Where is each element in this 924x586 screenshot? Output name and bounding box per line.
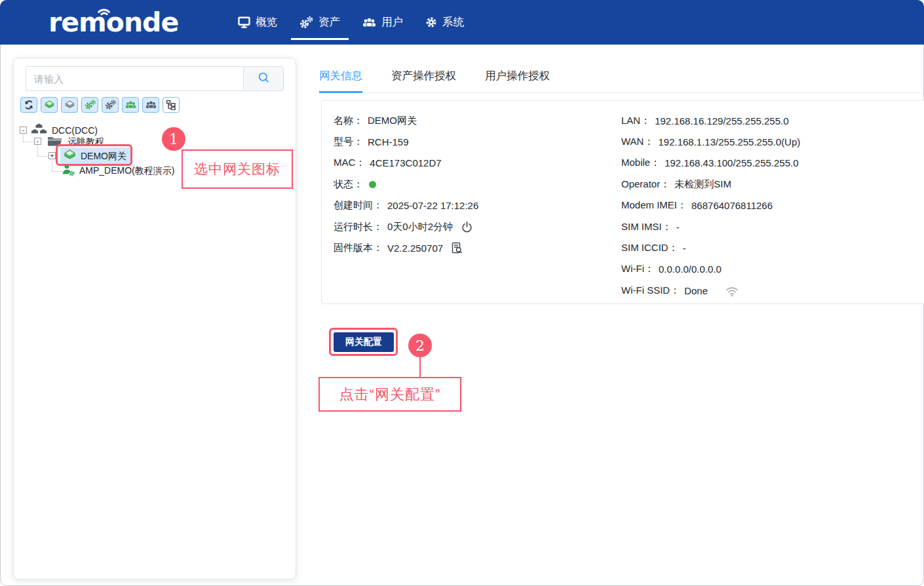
field-value: Done [684,285,708,296]
field-label: 名称： [334,115,363,127]
field-label: MAC： [334,157,365,169]
annotation-step2-callout: 点击“网关配置” [318,377,461,412]
field-label: SIM ICCID： [621,242,678,254]
nav-item-system[interactable]: 系统 [414,0,475,45]
nav-item-overview[interactable]: 概览 [227,0,288,45]
field-label: Modem IMEI： [621,199,687,212]
annotation-step2-badge: 2 [408,334,432,357]
field-value: 0.0.0.0/0.0.0.0 [659,264,722,275]
field-label: SIM IMSI： [621,221,672,233]
annotation-step2-connector [419,357,421,378]
field-value: - [676,222,680,233]
overview-monitor-icon [238,16,250,28]
field-label: 状态： [334,178,363,191]
tree-connector [52,171,62,172]
gateway-info-panel: 名称： DEMO网关 型号： RCH-159 MAC： 4CE173C012D7… [321,100,924,304]
info-row-model: 型号： RCH-159 [334,131,478,152]
top-nav-bar: remonde 概览 资产 [0,0,924,45]
tab-gateway-info[interactable]: 网关信息 [319,66,362,92]
tree-connector [52,160,52,171]
nav-item-users[interactable]: 用户 [351,0,414,45]
field-label: Operator： [621,178,670,191]
field-label: 型号： [334,136,363,148]
wifi-signal-icon [725,284,739,297]
field-label: Wi-Fi SSID： [621,284,680,297]
field-label: WAN： [621,136,653,148]
asset-tree: - DCC(DCC) - 远眺教程 + DEMO网关 [14,58,296,579]
info-row-imsi: SIM IMSI： - [621,216,800,237]
field-value: 192.168.1.13/255.255.255.0(Up) [658,136,800,147]
status-online-dot [369,181,376,188]
info-row-created: 创建时间： 2025-07-22 17:12:26 [334,195,478,216]
field-label: Wi-Fi： [621,263,654,275]
power-reboot-icon[interactable] [461,221,473,233]
main-nav: 概览 资产 用户 [227,0,475,45]
field-label: Mobile： [621,157,660,169]
nav-item-label: 用户 [381,15,403,29]
tree-expander-collapse[interactable]: - [34,138,41,145]
info-row-name: 名称： DEMO网关 [334,110,478,131]
tab-user-authorization[interactable]: 用户操作授权 [485,66,550,92]
info-row-status: 状态： [334,174,478,195]
system-gear-icon [425,16,437,28]
users-icon [362,17,376,28]
site-cluster-icon [31,123,47,139]
detail-tabs: 网关信息 资产操作授权 用户操作授权 [319,66,924,93]
tree-expander-expand[interactable]: + [48,152,56,159]
field-value: 192.168.16.129/255.255.255.0 [655,115,788,127]
annotation-highlight-config-button [329,328,398,356]
field-value: DEMO网关 [368,115,417,127]
field-value: V2.2.250707 [387,243,443,254]
annotation-step1-callout: 选中网关图标 [182,149,293,189]
field-value: 0天0小时2分钟 [387,221,453,233]
field-label: LAN： [621,115,650,127]
annotation-highlight-gateway-node [56,144,132,166]
info-row-imei: Modem IMEI： 868764076811266 [621,195,800,216]
field-label: 固件版本： [334,242,383,254]
logo-signal-icon [97,4,117,17]
info-row-wifi-ssid: Wi-Fi SSID： Done [621,280,800,301]
field-value: 192.168.43.100/255.255.255.0 [664,157,798,168]
nav-item-assets[interactable]: 资产 [288,0,351,45]
firmware-detail-icon[interactable] [451,242,463,254]
tree-connector [23,142,34,142]
info-row-uptime: 运行时长： 0天0小时2分钟 [334,216,478,237]
app-window: remonde 概览 资产 [0,0,924,586]
nav-item-label: 系统 [442,15,464,29]
annotation-step1-badge: 1 [162,127,185,151]
asset-tree-panel: - DCC(DCC) - 远眺教程 + DEMO网关 [13,58,296,579]
field-value: 868764076811266 [691,200,773,211]
field-label: 创建时间： [334,199,383,212]
field-value: 2025-07-22 17:12:26 [387,200,478,211]
info-row-lan: LAN： 192.168.16.129/255.255.255.0 [621,110,800,131]
nav-item-label: 概览 [256,15,277,29]
field-label: 运行时长： [334,221,383,233]
info-row-mobile: Mobile： 192.168.43.100/255.255.255.0 [621,153,800,174]
tree-connector [37,146,38,156]
field-value: RCH-159 [368,136,409,147]
info-row-wan: WAN： 192.168.1.13/255.255.255.0(Up) [621,131,800,152]
field-value: 未检测到SIM [674,178,731,191]
tree-connector [37,156,48,157]
tab-asset-authorization[interactable]: 资产操作授权 [391,66,456,92]
tree-connector [23,134,24,142]
info-column-right: LAN： 192.168.16.129/255.255.255.0 WAN： 1… [621,110,800,302]
info-column-left: 名称： DEMO网关 型号： RCH-159 MAC： 4CE173C012D7… [334,110,478,259]
info-row-operator: Operator： 未检测到SIM [621,174,800,195]
tree-expander-collapse[interactable]: - [20,127,27,134]
info-row-wifi: Wi-Fi： 0.0.0.0/0.0.0.0 [621,259,800,280]
field-value: - [683,243,686,254]
info-row-firmware: 固件版本： V2.2.250707 [334,237,478,258]
nav-item-label: 资产 [318,15,340,29]
info-row-iccid: SIM ICCID： - [621,237,800,258]
field-value: 4CE173C012D7 [370,157,441,168]
info-row-mac: MAC： 4CE173C012D7 [334,153,478,174]
assets-gears-icon [299,16,313,29]
